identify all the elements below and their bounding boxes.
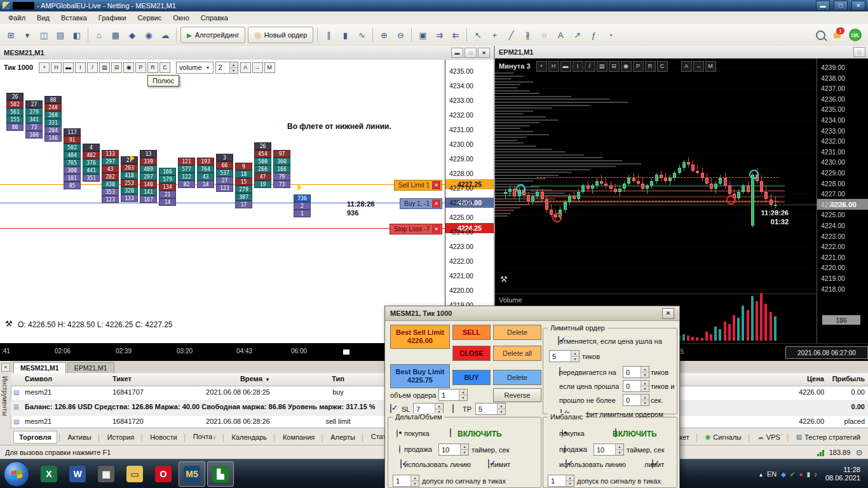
chart-mode-2[interactable]: M bbox=[264, 62, 275, 73]
zoom-out-icon[interactable]: ⊖ bbox=[392, 27, 409, 43]
delete-button-bottom[interactable]: Delete bbox=[493, 370, 541, 385]
chart-tool-4[interactable]: / bbox=[87, 62, 98, 73]
column-header-time[interactable]: Время▼ bbox=[170, 375, 270, 383]
dialog-titlebar[interactable]: MESM21, Тик 1000 ✕ bbox=[385, 306, 679, 321]
delete-all-button[interactable]: Delete all bbox=[493, 346, 541, 361]
imbalance-timer-spinner[interactable]: 10 bbox=[593, 444, 624, 456]
chart-mode-2[interactable]: M bbox=[705, 61, 716, 72]
doc-tab-0[interactable]: MESM21,M1 bbox=[13, 362, 66, 373]
doc-tab-1[interactable]: EPM21,M1 bbox=[67, 362, 114, 373]
crosshair-icon[interactable]: + bbox=[486, 27, 503, 43]
market-icon[interactable]: ◆ bbox=[124, 27, 140, 43]
chart-tool-3[interactable]: I bbox=[75, 62, 86, 73]
buy-position-line[interactable] bbox=[0, 203, 445, 203]
tray-expand-icon[interactable]: ▴ bbox=[759, 471, 763, 478]
menu-item-2[interactable]: Вставка bbox=[55, 13, 93, 23]
shapes-icon[interactable]: ○ bbox=[536, 27, 552, 43]
signals-icon[interactable]: ◉ bbox=[140, 27, 157, 43]
delete-button-top[interactable]: Delete bbox=[493, 325, 541, 340]
left-price-scale[interactable]: 4227.25 4226.00 4224.25 4235.004234.0042… bbox=[445, 60, 494, 343]
left-chart-title-strip[interactable]: MESM21,M1 ▬ □ ✕ bbox=[0, 46, 494, 60]
chart-tools-icon[interactable]: ⚒ bbox=[5, 319, 13, 329]
chart-restore-icon[interactable]: □ bbox=[853, 47, 865, 57]
right-chart-plot[interactable]: 11:28:26 01:32 Volume ⚒ bbox=[495, 58, 817, 343]
chart-list-icon[interactable]: ▾ bbox=[19, 27, 36, 43]
menu-item-5[interactable]: Окно bbox=[167, 13, 195, 23]
periods-icon[interactable]: ◔ bbox=[602, 27, 618, 43]
column-header-type[interactable]: Тип bbox=[284, 375, 392, 383]
chart-tool-8[interactable]: P bbox=[135, 62, 146, 73]
language-indicator[interactable]: EN bbox=[767, 470, 776, 478]
close-position-button[interactable]: CLOSE bbox=[452, 346, 491, 361]
spinner-buttons-icon[interactable] bbox=[641, 395, 649, 405]
chart-shift-icon[interactable]: ⇇ bbox=[447, 27, 464, 43]
spinner-buttons-icon[interactable] bbox=[641, 381, 649, 391]
indicators-icon[interactable]: ƒ bbox=[585, 27, 602, 43]
delta-timer-spinner[interactable]: 10 bbox=[438, 444, 469, 456]
toolbox-tab-4[interactable]: Почта7 bbox=[188, 431, 221, 443]
tray-alert-icon[interactable]: ● bbox=[799, 471, 803, 478]
menu-item-3[interactable]: Графики bbox=[93, 13, 132, 23]
sell-button[interactable]: SELL bbox=[452, 325, 491, 340]
right-chart-title-strip[interactable]: EPM21,M1 □ bbox=[495, 46, 868, 59]
chart-tool-6[interactable]: ⊟ bbox=[111, 62, 122, 73]
spinner-buttons-icon[interactable] bbox=[460, 444, 468, 455]
delta-buy-radio[interactable] bbox=[397, 429, 398, 438]
toolbox-tab-0[interactable]: Торговля bbox=[13, 431, 57, 444]
chart-mode-1[interactable]: → bbox=[252, 62, 263, 73]
spinner-buttons-icon[interactable] bbox=[571, 351, 579, 362]
start-button[interactable] bbox=[4, 461, 29, 487]
toolbox-tab-5[interactable]: Календарь bbox=[227, 431, 273, 443]
best-buy-limit-button[interactable]: Best Buy Limit 4225.75 bbox=[390, 364, 450, 388]
word-taskbar-button[interactable]: W bbox=[64, 461, 91, 487]
chart-tool-10[interactable]: C bbox=[159, 62, 170, 73]
channel-icon[interactable]: ∦ bbox=[519, 27, 536, 43]
chart-tool-8[interactable]: P bbox=[633, 61, 644, 72]
delta-enable-checkbox[interactable] bbox=[450, 428, 451, 437]
tile-windows-icon[interactable]: ▣ bbox=[414, 27, 431, 43]
column-header-symbol[interactable]: Символ bbox=[25, 375, 52, 383]
new-chart-icon[interactable]: ⊞ bbox=[3, 27, 19, 43]
gear-icon[interactable]: ⚙ bbox=[855, 448, 863, 458]
chart-tool-9[interactable]: R bbox=[147, 62, 158, 73]
trendline-icon[interactable]: ╱ bbox=[503, 27, 519, 43]
menu-item-4[interactable]: Сервис bbox=[132, 13, 168, 23]
line-chart-icon[interactable]: ∿ bbox=[353, 27, 370, 43]
tray-update-icon[interactable]: ✔ bbox=[790, 471, 795, 478]
chart-tool-1[interactable]: H bbox=[51, 62, 62, 73]
zoom-in-icon[interactable]: ⊕ bbox=[376, 27, 392, 43]
spinner-buttons-icon[interactable] bbox=[641, 367, 649, 377]
tray-shield-icon[interactable]: ◆ bbox=[781, 471, 786, 478]
column-header-price[interactable]: Цена bbox=[754, 375, 824, 383]
candles-chart-icon[interactable]: ▮ bbox=[337, 27, 353, 43]
search-icon[interactable] bbox=[812, 27, 829, 43]
chart-tool-3[interactable]: I bbox=[573, 61, 583, 72]
opera-taskbar-button[interactable]: O bbox=[150, 461, 177, 487]
chart-tool-10[interactable]: C bbox=[657, 61, 668, 72]
chart-tool-7[interactable]: ◉ bbox=[123, 62, 134, 73]
buy-button[interactable]: BUY bbox=[452, 370, 491, 385]
sell-limit-order-label[interactable]: Sell Limit 1 ✕ bbox=[394, 180, 442, 191]
chart-mode-1[interactable]: → bbox=[693, 61, 704, 72]
chart-mode-0[interactable]: A bbox=[681, 61, 692, 72]
left-chart-plot[interactable]: Во флете от нижней линии. 11:28:26 936 S… bbox=[0, 60, 445, 343]
best-sell-limit-button[interactable]: Best Sell Limit 4226.00 bbox=[390, 325, 450, 349]
order-volume-spinner[interactable]: 1 bbox=[438, 389, 468, 401]
toolbox-tab-1[interactable]: Активы bbox=[63, 431, 97, 443]
tray-network-icon[interactable]: ▮ bbox=[806, 471, 810, 478]
spinner-buttons-icon[interactable] bbox=[497, 403, 505, 414]
cluster-scale-spinner[interactable]: 2 bbox=[215, 62, 238, 74]
chart-minimize-icon[interactable]: ▬ bbox=[451, 48, 463, 58]
chart-tool-5[interactable]: ▤ bbox=[597, 61, 607, 72]
metatrader-taskbar-button[interactable]: M5 bbox=[179, 461, 205, 487]
cluster-type-select[interactable]: volume ▼ bbox=[176, 62, 213, 74]
elapsed-spinner[interactable]: 0 bbox=[623, 394, 649, 406]
chart-tool-2[interactable]: ▬ bbox=[560, 61, 571, 72]
service-tab-3[interactable]: ▧Тестер стратегий bbox=[791, 431, 865, 443]
calculator-taskbar-button[interactable]: ▦ bbox=[93, 461, 119, 487]
new-order-button[interactable]: ◎Новый ордер bbox=[248, 27, 313, 43]
text-icon[interactable]: A bbox=[552, 27, 569, 43]
chart-tools-icon[interactable]: ⚒ bbox=[500, 274, 508, 284]
stop-loss-line[interactable] bbox=[0, 228, 445, 229]
stop-loss-order-label[interactable]: Stop Loss -7 ✕ bbox=[390, 224, 442, 234]
